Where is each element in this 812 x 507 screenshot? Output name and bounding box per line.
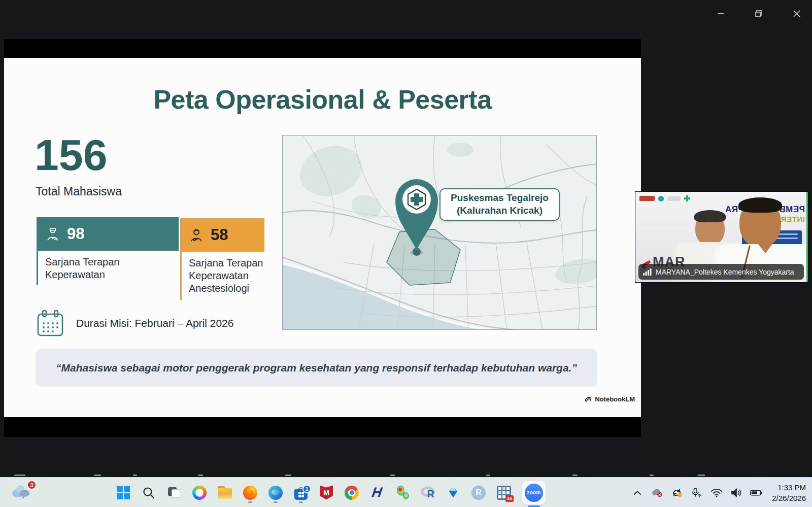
map-label-line1: Puskesmas Tegalrejo [451,192,549,205]
mission-duration-row: Durasi Misi: Februari – April 2026 [36,308,269,339]
mcafee-shield-icon: M [320,486,333,500]
battery-button[interactable] [750,487,762,499]
r-button[interactable]: R [420,482,435,503]
wifi-button[interactable] [710,487,723,499]
slide-title: Peta Operasional & Peserta [4,84,641,115]
microsoft-store-button[interactable]: 1 [293,482,309,503]
edge-icon [268,486,283,500]
window-controls [713,7,804,20]
search-button[interactable] [141,482,156,503]
nurse-icon [45,226,61,242]
chrome-icon [345,486,359,500]
map-roads [283,136,597,330]
banner-logo-small [667,196,681,201]
stat-label-anestesiologi: Sarjana Terapan Keperawatan Anestesiolog… [180,252,264,300]
quote-text: “Mahasiswa sebagai motor penggerak progr… [56,362,577,374]
minimize-icon [717,10,724,17]
brand-row: NotebookLM [584,395,635,403]
battery-icon [750,489,762,497]
stat-label-keperawatan: Sarjana Terapan Keperawatan [37,251,163,285]
map-location-label: Puskesmas Tegalrejo (Kalurahan Kricak) [439,188,560,221]
mcafee-button[interactable]: M [319,482,334,503]
minimize-button[interactable] [713,8,728,20]
participant-name: MARYANA_Poltekes Kemenkes Yogyakarta [656,268,794,276]
chevron-up-icon [633,490,641,495]
task-view-icon [167,486,181,500]
update-sync-button[interactable] [671,487,683,499]
stat-value-anestesiologi: 58 [211,226,228,244]
file-explorer-button[interactable] [217,482,232,503]
map-label-line2: (Kalurahan Kricak) [457,205,543,217]
active-speaker-border [806,192,808,282]
participant-name-bar: MARYANA_Poltekes Kemenkes Yogyakarta [638,264,804,280]
taskbar: 3 [0,477,812,507]
store-notification-badge: 1 [302,485,311,493]
stat-card-keperawatan-header: 98 [37,217,179,251]
hidden-window-text-strip [0,467,812,477]
total-students-label: Total Mahasiswa [36,185,122,198]
doctor-icon [188,227,205,243]
operational-map: Puskesmas Tegalrejo (Kalurahan Kricak) [282,135,597,330]
h-app-button[interactable]: H [369,482,385,503]
notebooklm-icon [584,395,592,403]
close-button[interactable] [789,8,804,20]
microphone-in-use-button[interactable] [691,487,703,499]
task-view-button[interactable] [166,482,182,503]
firefox-icon [243,486,257,500]
restore-button[interactable] [751,8,766,20]
grid-app-button[interactable]: 15 [496,482,512,503]
copilot-button[interactable] [192,482,207,503]
person-back-head [695,212,725,246]
banner-logo-red [639,196,655,201]
close-icon [793,10,800,17]
edge-running-indicator [274,501,278,503]
onedrive-status-button[interactable] [651,487,663,499]
rstudio-button[interactable]: R [471,482,486,503]
store-icon: 1 [294,488,308,500]
gis-app-button[interactable] [395,482,410,503]
stat-card-anestesiologi-header: 58 [180,218,264,252]
participant-video-tile[interactable]: PEMBUKAAN PRA INTERPROFESS MAR MARYANA_P… [635,192,808,282]
start-button[interactable] [116,482,131,503]
mission-duration-text: Durasi Misi: Februari – April 2026 [76,317,233,329]
zoom-button-active[interactable]: zoom [522,481,546,505]
weather-widget-button[interactable]: 3 [10,482,37,503]
restore-icon [755,10,763,18]
tray-chevron-button[interactable] [631,487,644,499]
diamond-app-button[interactable] [446,482,461,503]
zoom-icon: zoom [525,484,543,502]
taskbar-clock[interactable]: 1:33 PM 2/26/2026 [770,482,806,503]
clock-time: 1:33 PM [772,482,806,493]
shared-screen: Peta Operasional & Peserta 156 Total Mah… [4,39,641,437]
diamond-icon [447,488,459,498]
windows-start-icon [117,486,130,499]
banner-logos [639,195,690,201]
gis-heatmap-icon [395,485,410,500]
rstudio-icon: R [471,486,486,500]
taskbar-app-icons: 1 M H R [116,478,546,507]
person-front-head [739,200,781,248]
zoom-active-indicator [528,505,540,507]
firefox-running-indicator [248,501,252,503]
mic-location-icon [691,487,703,498]
signal-bars-icon [643,268,652,276]
calendar-icon [36,309,65,338]
volume-button[interactable] [730,487,742,499]
system-tray: 1:33 PM 2/26/2026 [631,478,806,507]
chrome-button[interactable] [344,482,359,503]
sync-arrows-icon [671,487,683,498]
firefox-button[interactable] [243,482,258,503]
clock-date: 2/26/2026 [772,493,806,503]
banner-logo-green-cross [684,195,690,201]
banner-logo-teal-circle [658,196,664,201]
edge-button[interactable] [268,482,283,503]
total-students-value: 156 [35,133,108,177]
search-icon [142,486,155,499]
grid-app-badge: 15 [505,495,514,502]
presentation-slide: Peta Operasional & Peserta 156 Total Mah… [4,58,641,417]
r-logo-icon: R [420,486,435,499]
h-app-icon: H [371,486,383,499]
cloud-error-icon [651,488,663,498]
zoom-app-window: Peta Operasional & Peserta 156 Total Mah… [0,0,812,507]
copilot-icon [192,486,207,500]
